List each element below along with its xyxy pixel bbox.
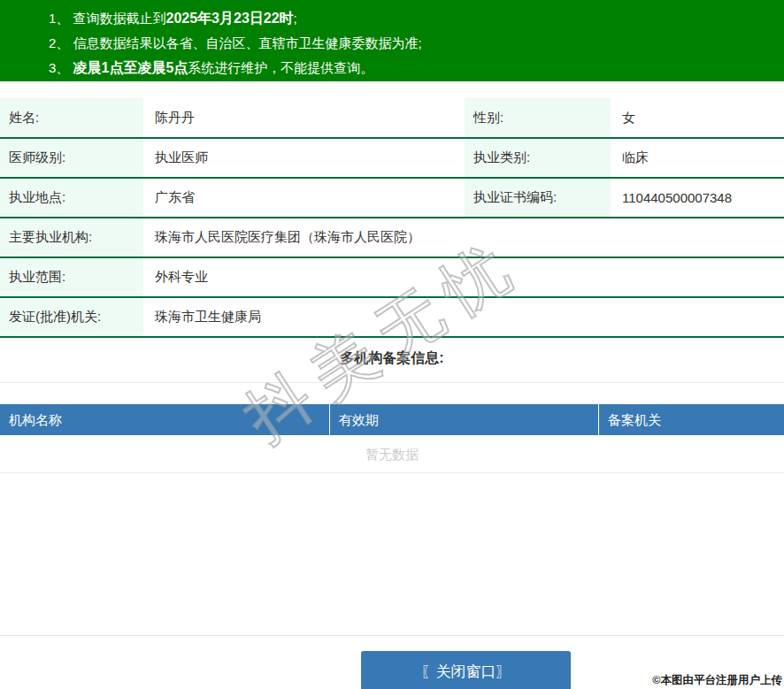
practice-scope-label: 执业范围:	[0, 257, 143, 297]
filing-table-header: 机构名称 有效期 备案机关	[0, 404, 784, 435]
certificate-number-value: 110440500007348	[611, 178, 784, 218]
table-row: 姓名: 陈丹丹 性别: 女	[0, 98, 784, 138]
table-row: 发证(批准)机关: 珠海市卫生健康局	[0, 297, 784, 337]
table-row: 主要执业机构: 珠海市人民医院医疗集团（珠海市人民医院）	[0, 218, 784, 257]
name-label: 姓名:	[0, 98, 143, 138]
notice-line-3: 3、 凌晨1点至凌晨5点系统进行维护，不能提供查询。	[49, 56, 784, 80]
column-header-institution-name: 机构名称	[0, 404, 329, 435]
column-header-filing-authority: 备案机关	[598, 404, 784, 435]
practice-location-value: 广东省	[143, 178, 465, 218]
table-row: 执业范围: 外科专业	[0, 257, 784, 297]
practitioner-info-table: 姓名: 陈丹丹 性别: 女 医师级别: 执业医师 执业类别: 临床 执业地点: …	[0, 98, 784, 338]
notice-line-2: 2、 信息数据结果以各省、自治区、直辖市卫生健康委数据为准;	[49, 31, 784, 56]
footer-divider	[0, 635, 784, 636]
issuing-authority-label: 发证(批准)机关:	[0, 297, 143, 337]
gender-value: 女	[611, 98, 784, 138]
notice-line-1-suffix: ;	[294, 11, 297, 26]
gender-label: 性别:	[465, 98, 611, 138]
notice-line-1-text: 1、 查询数据截止到	[49, 11, 166, 26]
notice-banner: 1、 查询数据截止到2025年3月23日22时; 2、 信息数据结果以各省、自治…	[0, 0, 784, 81]
notice-line-1: 1、 查询数据截止到2025年3月23日22时;	[49, 6, 784, 31]
table-row: 医师级别: 执业医师 执业类别: 临床	[0, 138, 784, 178]
doctor-level-value: 执业医师	[143, 138, 465, 178]
practice-scope-value: 外科专业	[143, 257, 784, 297]
practice-category-value: 临床	[611, 138, 784, 178]
main-institution-value: 珠海市人民医院医疗集团（珠海市人民医院）	[143, 218, 784, 257]
notice-line-1-bold: 2025年3月23日22时	[166, 11, 294, 26]
notice-line-2-text: 2、 信息数据结果以各省、自治区、直辖市卫生健康委数据为准;	[49, 35, 422, 50]
practice-location-label: 执业地点:	[0, 178, 143, 218]
notice-line-3-text: 3、	[49, 60, 73, 75]
copyright-notice: ©本图由平台注册用户上传	[652, 673, 782, 688]
main-institution-label: 主要执业机构:	[0, 218, 143, 257]
practice-category-label: 执业类别:	[465, 138, 611, 178]
column-header-validity-period: 有效期	[329, 404, 598, 435]
name-value: 陈丹丹	[143, 98, 465, 138]
doctor-level-label: 医师级别:	[0, 138, 143, 178]
table-row: 执业地点: 广东省 执业证书编码: 110440500007348	[0, 178, 784, 218]
close-window-button[interactable]: 〖关闭窗口〗	[361, 651, 571, 689]
issuing-authority-value: 珠海市卫生健康局	[143, 297, 784, 337]
notice-line-3-bold: 凌晨1点至凌晨5点	[73, 60, 188, 75]
certificate-number-label: 执业证书编码:	[465, 178, 611, 218]
multi-institution-filing-heading: 多机构备案信息:	[0, 338, 784, 383]
notice-line-3-suffix: 系统进行维护，不能提供查询。	[188, 60, 373, 75]
no-data-message: 暂无数据	[0, 435, 784, 473]
